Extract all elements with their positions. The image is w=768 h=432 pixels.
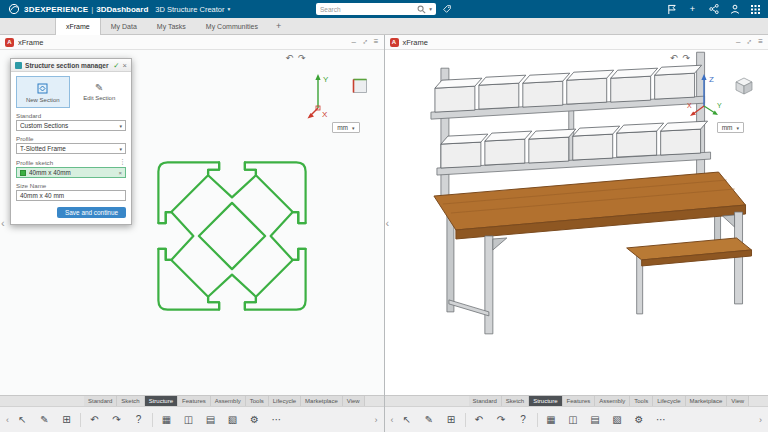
size-name-label: Size Name <box>16 182 126 189</box>
help-icon[interactable]: ? <box>130 415 147 425</box>
hatch-tool-icon[interactable]: ▧ <box>609 415 626 425</box>
search-box[interactable]: ▾ <box>316 3 436 15</box>
toolbar-prev-icon[interactable]: ‹ <box>6 415 9 425</box>
tab-xframe[interactable]: xFrame <box>55 18 101 35</box>
unit-dropdown[interactable]: mm ▾ <box>717 122 744 133</box>
toolbar-next-icon[interactable]: › <box>759 415 762 425</box>
tab-my-communities[interactable]: My Communities <box>196 18 268 34</box>
ribbon-tab-marketplace[interactable]: Marketplace <box>301 396 343 406</box>
grid-tool-icon[interactable]: ▦ <box>158 415 175 425</box>
axis-triad-xyz: Z X Y <box>686 70 724 120</box>
settings-tool-icon[interactable]: ⚙ <box>631 415 648 425</box>
ribbon-tab-assembly[interactable]: Assembly <box>595 396 630 406</box>
view-cube-icon[interactable] <box>350 76 370 96</box>
redo-icon[interactable]: ↷ <box>108 415 125 425</box>
settings-tool-icon[interactable]: ⚙ <box>246 415 263 425</box>
toolbar-prev-icon[interactable]: ‹ <box>391 415 394 425</box>
sketch-viewport[interactable]: ‹ ↶ ↷ Y X mm ▾ <box>0 50 384 395</box>
ribbon-tab-sketch[interactable]: Sketch <box>502 396 529 406</box>
save-tool-icon[interactable]: ⊞ <box>443 415 460 425</box>
kebab-menu-icon[interactable]: ⋮ <box>119 158 126 166</box>
dialog-icon <box>15 62 22 69</box>
profile-value: T-Slotted Frame <box>20 145 117 152</box>
save-tool-icon[interactable]: ⊞ <box>58 415 75 425</box>
ribbon-tab-assembly[interactable]: Assembly <box>211 396 246 406</box>
list-tool-icon[interactable]: ▤ <box>202 415 219 425</box>
standard-select[interactable]: Custom Sections ▾ <box>16 120 126 131</box>
profile-select[interactable]: T-Slotted Frame ▾ <box>16 143 126 154</box>
new-section-button[interactable]: New Section <box>16 76 70 108</box>
sketch-tool-icon[interactable]: ✎ <box>36 415 53 425</box>
select-tool-icon[interactable]: ↖ <box>399 415 416 425</box>
undo-icon[interactable]: ↶ <box>86 415 103 425</box>
add-icon[interactable]: + <box>687 4 698 15</box>
ribbon-tab-lifecycle[interactable]: Lifecycle <box>653 396 685 406</box>
ribbon-tab-marketplace[interactable]: Marketplace <box>686 396 728 406</box>
sketch-tool-icon[interactable]: ✎ <box>421 415 438 425</box>
ribbon-tab-lifecycle[interactable]: Lifecycle <box>269 396 301 406</box>
more-icon[interactable]: ⋯ <box>653 415 670 425</box>
confirm-icon[interactable]: ✓ <box>113 61 119 70</box>
grid-tool-icon[interactable]: ▦ <box>543 415 560 425</box>
ribbon-tab-tools[interactable]: Tools <box>630 396 653 406</box>
close-icon[interactable]: × <box>123 61 127 70</box>
help-icon[interactable]: ? <box>515 415 532 425</box>
panel-expand-chevron-icon[interactable]: ‹ <box>1 217 5 229</box>
panel-expand-chevron-icon[interactable]: ‹ <box>386 217 390 229</box>
save-and-continue-button[interactable]: Save and continue <box>57 207 126 218</box>
tslot-profile-sketch <box>140 144 324 328</box>
ribbon-tab-features[interactable]: Features <box>563 396 596 406</box>
rotate-left-icon[interactable]: ↶ <box>285 53 293 63</box>
minimize-icon[interactable]: – <box>736 38 740 46</box>
ribbon-tab-standard[interactable]: Standard <box>84 396 117 406</box>
ribbon-tab-structure[interactable]: Structure <box>145 396 178 406</box>
menu-icon[interactable]: ≡ <box>758 38 763 46</box>
add-tab-button[interactable]: + <box>268 18 289 34</box>
panel-tool-icon[interactable]: ◫ <box>180 415 197 425</box>
share-icon[interactable] <box>708 4 719 15</box>
ribbon-tab-features[interactable]: Features <box>178 396 211 406</box>
toolbar-next-icon[interactable]: › <box>375 415 378 425</box>
ribbon-tab-structure[interactable]: Structure <box>529 396 562 406</box>
tag-icon[interactable] <box>441 4 452 15</box>
3ds-compass-logo[interactable] <box>7 3 20 16</box>
app-title[interactable]: 3D Structure Creator <box>155 5 224 14</box>
panel-tool-icon[interactable]: ◫ <box>565 415 582 425</box>
rotate-right-icon[interactable]: ↷ <box>298 53 306 63</box>
search-input[interactable] <box>320 6 414 13</box>
search-caret-icon[interactable]: ▾ <box>429 6 432 12</box>
size-name-input[interactable]: 40mm x 40 mm <box>16 190 126 201</box>
profile-sketch-selected-row[interactable]: 40mm x 40mm × <box>16 167 126 178</box>
search-icon[interactable] <box>417 0 426 18</box>
ribbon-tab-view[interactable]: View <box>343 396 365 406</box>
list-tool-icon[interactable]: ▤ <box>587 415 604 425</box>
maximize-icon[interactable]: ↕ <box>361 38 369 46</box>
app-title-caret-icon[interactable]: ▾ <box>228 6 231 12</box>
select-tool-icon[interactable]: ↖ <box>14 415 31 425</box>
ribbon-tab-sketch[interactable]: Sketch <box>117 396 144 406</box>
minimize-icon[interactable]: – <box>351 38 355 46</box>
hatch-tool-icon[interactable]: ▧ <box>224 415 241 425</box>
ribbon-tab-tools[interactable]: Tools <box>246 396 269 406</box>
user-icon[interactable] <box>729 4 740 15</box>
clear-icon[interactable]: × <box>118 170 122 176</box>
notifications-flag-icon[interactable] <box>666 4 677 15</box>
rotate-right-icon[interactable]: ↷ <box>682 53 690 63</box>
rotate-left-icon[interactable]: ↶ <box>670 53 678 63</box>
redo-icon[interactable]: ↷ <box>493 415 510 425</box>
menu-icon[interactable]: ≡ <box>374 38 379 46</box>
more-icon[interactable]: ⋯ <box>268 415 285 425</box>
tab-my-tasks[interactable]: My Tasks <box>147 18 196 34</box>
view-cube-icon[interactable] <box>734 76 754 96</box>
maximize-icon[interactable]: ↕ <box>745 38 753 46</box>
tab-my-data[interactable]: My Data <box>101 18 147 34</box>
model-viewport[interactable]: ‹ ↶ ↷ Z X Y mm <box>385 50 768 395</box>
unit-dropdown[interactable]: mm ▾ <box>332 122 359 133</box>
svg-text:Z: Z <box>709 75 714 84</box>
undo-icon[interactable]: ↶ <box>471 415 488 425</box>
ribbon-tab-standard[interactable]: Standard <box>469 396 502 406</box>
ribbon-tab-view[interactable]: View <box>727 396 749 406</box>
apps-grid-icon[interactable] <box>750 4 761 15</box>
edit-section-button[interactable]: ✎ Edit Section <box>73 76 127 108</box>
dialog-title-bar[interactable]: Structure section manager ✓ × <box>11 59 131 72</box>
